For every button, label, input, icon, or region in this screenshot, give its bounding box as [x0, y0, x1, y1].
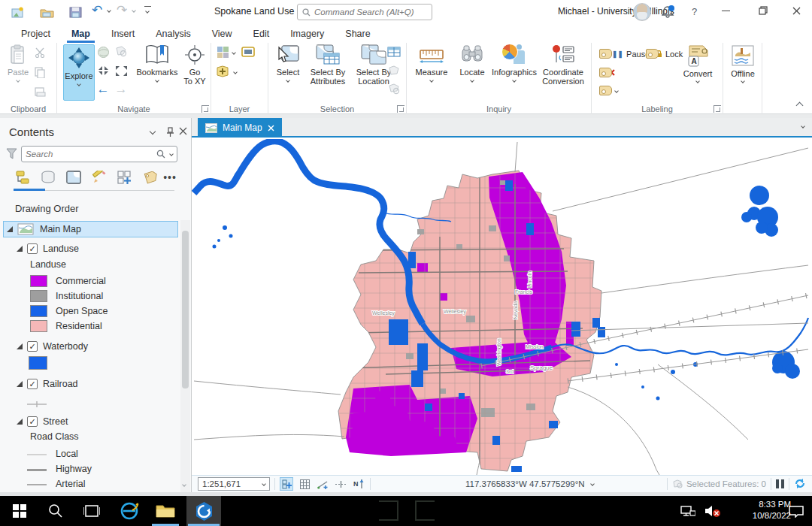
pause-labeling-button[interactable]: ❚❚ Pause — [599, 49, 650, 59]
tab-list-chevron-icon[interactable] — [801, 124, 805, 128]
list-by-labeling-icon[interactable] — [140, 169, 158, 186]
contents-scrollbar-thumb[interactable] — [182, 231, 189, 388]
tree-item-landuse[interactable]: ✓ Landuse — [3, 240, 178, 257]
go-to-xy-button[interactable]: Go To XY — [182, 44, 208, 86]
street-checkbox[interactable]: ✓ — [27, 416, 38, 427]
save-project-icon[interactable] — [68, 5, 83, 20]
contents-search-input[interactable] — [26, 150, 156, 159]
bookmarks-button[interactable]: Bookmarks — [134, 44, 180, 82]
close-button[interactable] — [785, 2, 807, 20]
increments-icon[interactable] — [334, 477, 347, 491]
next-extent-icon[interactable]: → — [114, 83, 128, 95]
selection-launcher[interactable] — [397, 105, 404, 113]
list-by-visibility-icon[interactable] — [65, 169, 83, 186]
contents-menu-chevron-icon[interactable] — [150, 128, 156, 135]
residential-swatch[interactable] — [30, 320, 47, 332]
institutional-swatch[interactable] — [30, 290, 47, 302]
zoom-to-selection-icon[interactable] — [114, 46, 128, 58]
list-by-snapping-icon[interactable] — [116, 169, 134, 186]
landuse-checkbox[interactable]: ✓ — [27, 243, 38, 254]
infographics-button[interactable]: Infographics — [491, 44, 538, 82]
offline-button[interactable]: Offline — [727, 44, 759, 83]
list-by-drawing-order-icon[interactable] — [14, 169, 32, 186]
pause-drawing-button[interactable] — [776, 479, 784, 488]
volume-muted-icon[interactable] — [701, 496, 725, 526]
copy-icon[interactable] — [33, 66, 47, 78]
cut-icon[interactable] — [33, 47, 47, 59]
arcgis-pro-taskbar-active[interactable] — [186, 496, 221, 526]
map-canvas[interactable]: Wellesley Wellesley Francis Mission Spra… — [192, 139, 812, 475]
redo-dropdown-icon[interactable] — [132, 8, 136, 13]
waterbody-swatch[interactable] — [29, 356, 47, 370]
north-arrow-icon[interactable]: N — [352, 477, 365, 491]
snapping-icon[interactable] — [280, 477, 293, 491]
help-button[interactable]: ? — [692, 6, 697, 17]
contents-search[interactable] — [21, 146, 177, 162]
measure-button[interactable]: Measure — [411, 44, 452, 82]
tab-insert[interactable]: Insert — [101, 26, 145, 43]
minimize-button[interactable] — [714, 2, 737, 20]
constraints-icon[interactable] — [316, 477, 329, 491]
add-preset-icon[interactable] — [241, 46, 255, 58]
pin-icon[interactable] — [165, 127, 174, 139]
list-by-editing-icon[interactable] — [90, 169, 108, 186]
add-data-icon[interactable] — [216, 65, 229, 77]
open-space-swatch[interactable] — [30, 305, 47, 317]
tab-analysis[interactable]: Analysis — [145, 26, 201, 43]
restore-button[interactable] — [752, 2, 774, 20]
collapse-ribbon-icon[interactable] — [796, 102, 804, 110]
tree-item-railroad[interactable]: ✓ Railroad — [3, 376, 178, 392]
tab-project[interactable]: Project — [11, 26, 61, 43]
start-button[interactable] — [3, 496, 36, 526]
redo-button[interactable]: ↷ — [117, 4, 127, 17]
more-labeling-button[interactable] — [599, 86, 618, 95]
contents-more-icon[interactable]: ••• — [161, 169, 179, 186]
grid-icon[interactable] — [298, 477, 311, 491]
commercial-swatch[interactable] — [30, 275, 47, 287]
tab-share[interactable]: Share — [335, 26, 380, 43]
add-data-dropdown-icon[interactable] — [233, 70, 238, 74]
clear-selection-icon[interactable] — [387, 65, 401, 77]
avatar[interactable] — [633, 3, 651, 21]
close-tab-icon[interactable] — [268, 125, 274, 132]
list-by-data-source-icon[interactable] — [39, 169, 57, 186]
waterbody-checkbox[interactable]: ✓ — [27, 341, 38, 352]
highway-symbol[interactable] — [27, 469, 47, 471]
open-project-icon[interactable] — [39, 5, 54, 20]
internet-explorer-icon[interactable] — [113, 496, 146, 526]
tab-edit[interactable]: Edit — [243, 26, 280, 43]
select-button[interactable]: Select — [273, 44, 303, 82]
new-project-icon[interactable] — [11, 5, 26, 20]
selection-zoom-icon[interactable] — [387, 83, 401, 95]
labeling-launcher[interactable] — [714, 105, 721, 113]
full-extent-icon[interactable] — [96, 46, 110, 58]
scale-combo[interactable]: 1:251,671 — [198, 477, 270, 491]
undo-button[interactable]: ↶ — [92, 4, 102, 17]
undo-dropdown-icon[interactable] — [107, 8, 111, 13]
arterial-symbol[interactable] — [27, 484, 47, 485]
local-symbol[interactable] — [27, 454, 47, 455]
paste-button[interactable]: Paste — [5, 44, 32, 82]
fixed-zoom-in-icon[interactable] — [96, 65, 110, 77]
customize-qat-chevron[interactable] — [145, 9, 150, 14]
account-name[interactable]: Michael - University of Illinois — [558, 6, 674, 17]
command-search[interactable] — [297, 4, 432, 20]
tree-item-waterbody[interactable]: ✓ Waterbody — [3, 338, 178, 355]
railroad-checkbox[interactable]: ✓ — [27, 379, 38, 389]
select-by-attributes-button[interactable]: Select By Attributes — [304, 44, 351, 86]
task-view-icon[interactable] — [75, 496, 108, 526]
map-view-tab[interactable]: Main Map — [198, 118, 282, 138]
command-search-input[interactable] — [314, 8, 420, 17]
copy-path-icon[interactable] — [33, 86, 47, 98]
tab-view[interactable]: View — [201, 26, 243, 43]
locate-button[interactable]: Locate — [455, 44, 489, 82]
notifications-bell-icon[interactable] — [662, 5, 675, 20]
filter-icon[interactable] — [6, 148, 17, 162]
action-center-icon[interactable] — [783, 496, 809, 526]
previous-extent-icon[interactable]: ← — [96, 83, 110, 95]
coordinate-conversion-button[interactable]: Coordinate Conversion — [539, 44, 587, 86]
contents-close-icon[interactable] — [179, 127, 187, 138]
explore-button[interactable]: Explore — [63, 44, 95, 101]
basemap-dropdown-icon[interactable] — [232, 50, 236, 55]
basemap-icon[interactable] — [216, 46, 229, 58]
